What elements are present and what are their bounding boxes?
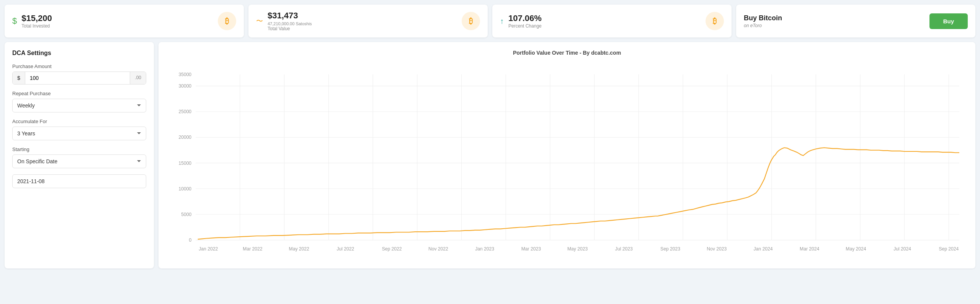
total-value-label: Total Value — [268, 26, 312, 31]
satoshis-value: 47,210,000.00 Satoshis — [268, 21, 312, 26]
invested-value: $15,200 — [21, 13, 52, 23]
svg-text:Sep 2023: Sep 2023 — [660, 246, 680, 252]
svg-text:15000: 15000 — [178, 161, 191, 166]
svg-text:Jul 2024: Jul 2024 — [893, 246, 911, 252]
bitcoin-circle-1: ₿ — [218, 12, 236, 30]
purchase-amount-group: Purchase Amount $ .00 — [12, 63, 146, 85]
cents-suffix: .00 — [130, 72, 146, 84]
svg-text:35000: 35000 — [178, 72, 191, 77]
total-value-card: 〜 $31,473 47,210,000.00 Satoshis Total V… — [248, 5, 488, 37]
date-group — [12, 174, 146, 188]
invested-label: Total Invested — [21, 23, 52, 29]
percent-value: 107.06% — [508, 13, 542, 23]
bitcoin-icon-3: ₿ — [713, 17, 717, 26]
bitcoin-circle-3: ₿ — [706, 12, 724, 30]
svg-text:Mar 2024: Mar 2024 — [800, 246, 820, 252]
svg-text:25000: 25000 — [178, 109, 191, 114]
buy-bitcoin-card: Buy Bitcoin on eToro Buy — [736, 5, 975, 37]
percent-label: Percent Change — [508, 23, 542, 29]
percent-change-card: ↑ 107.06% Percent Change ₿ — [492, 5, 732, 37]
bitcoin-icon-2: ₿ — [469, 17, 473, 26]
svg-text:Jul 2023: Jul 2023 — [615, 246, 633, 252]
repeat-purchase-select[interactable]: Weekly Daily Monthly — [12, 99, 146, 112]
svg-text:Sep 2024: Sep 2024 — [939, 246, 959, 252]
portfolio-chart: 0 5000 10000 15000 20000 25000 30000 350… — [166, 62, 968, 261]
svg-text:0: 0 — [189, 237, 191, 243]
starting-label: Starting — [12, 146, 146, 152]
svg-text:30000: 30000 — [178, 83, 191, 89]
svg-text:May 2022: May 2022 — [289, 246, 310, 252]
svg-text:Jul 2022: Jul 2022 — [336, 246, 354, 252]
dollar-icon: $ — [12, 16, 17, 26]
settings-panel: DCA Settings Purchase Amount $ .00 Repea… — [5, 42, 154, 268]
svg-text:Mar 2022: Mar 2022 — [243, 246, 263, 252]
main-content: DCA Settings Purchase Amount $ .00 Repea… — [0, 42, 980, 273]
svg-text:Nov 2023: Nov 2023 — [707, 246, 727, 252]
svg-text:May 2024: May 2024 — [846, 246, 866, 252]
purchase-amount-input-group: $ .00 — [12, 72, 146, 85]
svg-text:Jan 2022: Jan 2022 — [199, 246, 218, 252]
invested-card: $ $15,200 Total Invested ₿ — [5, 5, 244, 37]
bitcoin-circle-2: ₿ — [462, 12, 480, 30]
svg-text:Jan 2024: Jan 2024 — [754, 246, 773, 252]
arrow-up-icon: ↑ — [500, 17, 504, 26]
accumulate-group: Accumulate For 1 Year 2 Years 3 Years 4 … — [12, 119, 146, 140]
buy-bitcoin-title: Buy Bitcoin — [744, 14, 782, 22]
starting-select[interactable]: On Specific Date From Beginning Last Mon… — [12, 154, 146, 168]
dollar-prefix: $ — [13, 72, 25, 84]
svg-text:Sep 2022: Sep 2022 — [382, 246, 402, 252]
chart-polyline — [198, 148, 959, 239]
svg-text:5000: 5000 — [181, 212, 191, 217]
purchase-amount-label: Purchase Amount — [12, 63, 146, 69]
accumulate-label: Accumulate For — [12, 119, 146, 124]
date-input[interactable] — [12, 174, 146, 188]
chart-panel: Portfolio Value Over Time - By dcabtc.co… — [158, 42, 975, 268]
pulse-icon: 〜 — [256, 16, 263, 26]
svg-text:Jan 2023: Jan 2023 — [475, 246, 494, 252]
top-stats-bar: $ $15,200 Total Invested ₿ 〜 $31,473 47,… — [0, 0, 980, 42]
svg-text:20000: 20000 — [178, 135, 191, 140]
starting-group: Starting On Specific Date From Beginning… — [12, 146, 146, 168]
total-value: $31,473 — [268, 11, 312, 21]
repeat-purchase-group: Repeat Purchase Weekly Daily Monthly — [12, 91, 146, 112]
chart-title: Portfolio Value Over Time - By dcabtc.co… — [166, 50, 968, 56]
svg-text:May 2023: May 2023 — [567, 246, 588, 252]
purchase-amount-input[interactable] — [25, 72, 130, 84]
svg-text:10000: 10000 — [178, 186, 191, 192]
chart-container: 0 5000 10000 15000 20000 25000 30000 350… — [166, 62, 968, 261]
buy-button[interactable]: Buy — [929, 13, 968, 29]
bitcoin-icon-1: ₿ — [225, 17, 229, 26]
buy-bitcoin-subtitle: on eToro — [744, 23, 762, 28]
settings-title: DCA Settings — [12, 50, 146, 57]
svg-text:Mar 2023: Mar 2023 — [521, 246, 541, 252]
svg-text:Nov 2022: Nov 2022 — [428, 246, 448, 252]
repeat-purchase-label: Repeat Purchase — [12, 91, 146, 96]
accumulate-select[interactable]: 1 Year 2 Years 3 Years 4 Years 5 Years — [12, 127, 146, 140]
